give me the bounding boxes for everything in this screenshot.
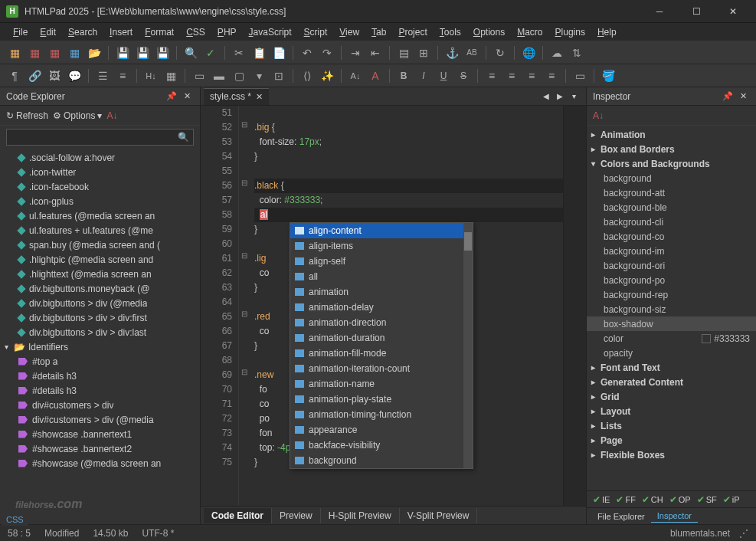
editor-tab-v-split-preview[interactable]: V-Split Preview <box>400 508 478 523</box>
wand-icon[interactable]: ✨ <box>319 67 335 84</box>
fold-toggle[interactable] <box>239 135 250 149</box>
autocomplete-item[interactable]: animation-play-state <box>290 392 473 407</box>
align-left-icon[interactable]: ≡ <box>483 67 500 84</box>
tree-item[interactable]: #details h3 <box>0 369 200 383</box>
menu-project[interactable]: Project <box>393 25 432 39</box>
font-icon[interactable]: A↓ <box>347 67 364 84</box>
fold-toggle[interactable] <box>239 164 250 179</box>
tree-item[interactable]: #showcase .bannertext1 <box>0 427 200 441</box>
tree-item[interactable]: div#customers > div <box>0 398 200 412</box>
tree-item[interactable]: div.bigbuttons > div > div:last <box>0 325 200 339</box>
autocomplete-item[interactable]: animation-timing-function <box>290 407 473 422</box>
anchor-icon[interactable]: ⚓ <box>443 44 460 61</box>
list-numbered-icon[interactable]: ≡ <box>114 67 131 84</box>
close-button[interactable]: ✕ <box>716 1 750 22</box>
redo-icon[interactable]: ↷ <box>319 44 335 61</box>
strike-icon[interactable]: S <box>455 67 472 84</box>
paste-icon[interactable]: 📄 <box>270 44 287 61</box>
fold-toggle[interactable] <box>239 441 250 455</box>
refresh-button[interactable]: ↻ Refresh <box>6 110 48 121</box>
tree-item[interactable]: #showcase (@media screen an <box>0 456 200 471</box>
autocomplete-item[interactable]: appearance <box>290 422 473 438</box>
div-icon[interactable]: ▭ <box>571 67 588 84</box>
cut-icon[interactable]: ✂ <box>231 44 247 61</box>
fold-toggle[interactable] <box>239 193 250 208</box>
menu-search[interactable]: Search <box>63 25 103 39</box>
browser-check-ie[interactable]: ✔IE <box>593 494 610 505</box>
tree-item[interactable]: span.buy (@media screen and ( <box>0 238 200 252</box>
save-all-icon[interactable]: 💾 <box>134 44 151 61</box>
fold-toggle[interactable] <box>239 280 250 295</box>
sort-button[interactable]: A↓ <box>106 110 117 121</box>
search-icon[interactable]: 🔍 <box>182 44 199 61</box>
sort-button[interactable]: A↓ <box>593 110 604 121</box>
tree-item[interactable]: #showcase .bannertext2 <box>0 441 200 456</box>
inspector-prop[interactable]: box-shadow <box>587 316 756 331</box>
fold-toggle[interactable]: ⊟ <box>239 368 250 382</box>
tree-item[interactable]: .icon-twitter <box>0 165 200 179</box>
inspector-group[interactable]: ▸Layout <box>587 404 756 418</box>
minimize-button[interactable]: ─ <box>643 1 676 22</box>
form-icon[interactable]: ▭ <box>191 67 208 84</box>
inspector-tab-file-explorer[interactable]: File Explorer <box>591 510 651 523</box>
menu-php[interactable]: PHP <box>212 25 242 39</box>
undo-icon[interactable]: ↶ <box>299 44 316 61</box>
fold-toggle[interactable] <box>239 266 250 280</box>
autocomplete-item[interactable]: align-content <box>290 223 473 238</box>
css-side-tab[interactable]: CSS <box>2 513 28 524</box>
inspector-group[interactable]: ▸Flexible Boxes <box>587 448 756 462</box>
fold-toggle[interactable] <box>239 353 250 368</box>
layout-icon[interactable]: ▤ <box>395 44 412 61</box>
bucket-icon[interactable]: 🪣 <box>600 67 617 84</box>
pin-icon[interactable]: 📌 <box>165 90 178 103</box>
tree-item[interactable]: .hlighttext (@media screen an <box>0 267 200 281</box>
fold-toggle[interactable] <box>239 324 250 339</box>
autocomplete-item[interactable]: animation-direction <box>290 315 473 330</box>
tree-item[interactable]: .social-follow a:hover <box>0 150 200 165</box>
browser-check-sf[interactable]: ✔SF <box>697 494 717 505</box>
tree-item[interactable]: #details h3 <box>0 383 200 398</box>
fold-toggle[interactable] <box>239 411 250 426</box>
open-icon[interactable]: 📂 <box>86 44 103 61</box>
autocomplete-item[interactable]: all <box>290 269 473 284</box>
tree-item[interactable]: div.bigbuttons.moneyback (@ <box>0 281 200 296</box>
textarea-icon[interactable]: ▢ <box>231 67 247 84</box>
inspector-prop[interactable]: background-rep <box>587 287 756 302</box>
button-icon[interactable]: ⊡ <box>270 67 287 84</box>
fold-toggle[interactable]: ⊟ <box>239 120 250 135</box>
status-site[interactable]: blumentals.net <box>670 528 730 539</box>
fold-toggle[interactable] <box>239 426 250 441</box>
new-icon[interactable]: ▦ <box>66 44 83 61</box>
editor-tab-h-split-preview[interactable]: H-Split Preview <box>321 508 400 523</box>
tab-close-icon[interactable]: ✕ <box>256 92 263 102</box>
tab-menu-icon[interactable]: ▾ <box>568 90 580 103</box>
tree-item[interactable]: div.bigbuttons > div (@media <box>0 296 200 310</box>
autocomplete-item[interactable]: animation-fill-mode <box>290 346 473 361</box>
list-bullets-icon[interactable]: ☰ <box>94 67 111 84</box>
autocomplete-item[interactable]: background <box>290 453 473 468</box>
menu-plugins[interactable]: Plugins <box>550 25 591 39</box>
inspector-prop[interactable]: background <box>587 171 756 185</box>
menu-javascript[interactable]: JavaScript <box>244 25 297 39</box>
autocomplete-item[interactable]: animation-duration <box>290 330 473 346</box>
panel-close-icon[interactable]: ✕ <box>736 90 750 103</box>
menu-tools[interactable]: Tools <box>434 25 466 39</box>
save-icon[interactable]: 💾 <box>114 44 131 61</box>
autocomplete-item[interactable]: backface-visibility <box>290 438 473 453</box>
fold-toggle[interactable] <box>239 339 250 353</box>
new-icon[interactable]: ▦ <box>26 44 43 61</box>
autocomplete-item[interactable]: animation-name <box>290 376 473 392</box>
resize-grip-icon[interactable]: ⋰ <box>739 528 748 539</box>
status-position[interactable]: 58 : 5 <box>8 528 31 539</box>
select-icon[interactable]: ▾ <box>250 67 267 84</box>
fold-toggle[interactable]: ⊟ <box>239 251 250 266</box>
browser-check-ip[interactable]: ✔iP <box>723 494 740 505</box>
inspector-prop[interactable]: background-co <box>587 229 756 244</box>
link-icon[interactable]: 🔗 <box>26 67 43 84</box>
heading-icon[interactable]: H↓ <box>142 67 159 84</box>
outdent-icon[interactable]: ⇤ <box>367 44 384 61</box>
browser-check-ff[interactable]: ✔FF <box>616 494 635 505</box>
fold-toggle[interactable] <box>239 106 250 120</box>
menu-tab[interactable]: Tab <box>366 25 391 39</box>
tree-folder-identifiers[interactable]: ▾📂Identifiers <box>0 339 200 354</box>
